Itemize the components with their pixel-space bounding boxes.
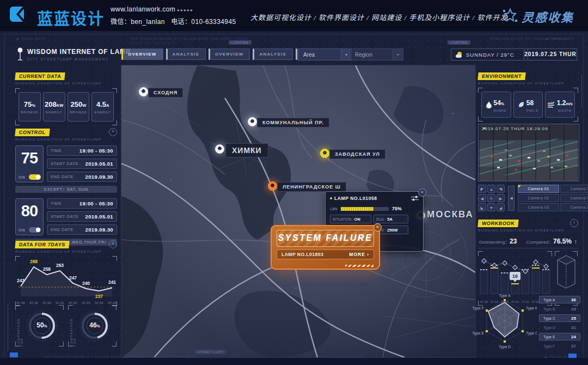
svg-text:237: 237 xyxy=(95,294,103,299)
dashboard: ▣ TRAVEL BOTH TWO ROADS DIVERGED IN A YE… xyxy=(0,31,588,365)
region-select[interactable]: Region ▾ xyxy=(350,48,403,60)
pan-downright-button[interactable]: ◢ xyxy=(497,203,505,211)
map-label-skhodnya[interactable]: СХОДНЯ xyxy=(148,88,183,98)
map-pin-leningradskoe[interactable] xyxy=(268,181,277,191)
environment-badge: ENVIRONMENT xyxy=(477,72,526,80)
camera-list-prev-button[interactable]: ◀ xyxy=(508,186,514,211)
collect-label[interactable]: 灵感收集 xyxy=(522,8,574,25)
current-data-badge: CURRENT DATA xyxy=(15,72,65,80)
status-dot xyxy=(330,197,332,199)
week-chart-add-button[interactable]: + xyxy=(109,240,117,248)
map-label-kommunalny[interactable]: КОММУНАЛЬНЫЙ ПР. xyxy=(257,118,329,127)
legend-type-c[interactable]: Type C25 xyxy=(539,314,580,322)
map-label-khimki[interactable]: ХИМКИ xyxy=(225,143,268,157)
svg-text:Type D: Type D xyxy=(499,345,511,349)
environment-subtitle: RUNNING CONDITION OF STREETLAMP xyxy=(478,82,578,85)
camera-feed[interactable]: 2019.07.25 THUR 18:26:09 xyxy=(478,124,579,181)
hazard-stripes-decor xyxy=(345,265,373,267)
power-toggle-1[interactable] xyxy=(29,174,41,180)
week-line-chart: 243 268 258 263 247 240 237 241 07.18 07… xyxy=(15,256,117,306)
camera-02-button[interactable]: Camera 02 xyxy=(518,194,559,202)
refresh-button[interactable]: ↻ xyxy=(487,194,495,202)
end-date-row-2[interactable]: END DATE2019.09.30 xyxy=(47,224,117,235)
tab-overview-1[interactable]: OVERVIEW xyxy=(121,48,163,60)
pan-downleft-button[interactable]: ◣ xyxy=(478,203,486,211)
pan-left-button[interactable]: ◀ xyxy=(478,194,486,202)
map-pin-khimki[interactable] xyxy=(215,144,224,154)
camera-04-button[interactable]: Camera 04 xyxy=(560,185,588,193)
camera-06-button[interactable]: Camera 06 xyxy=(560,203,588,211)
lighting-chip-2: LIGHTING xyxy=(448,40,470,45)
time-row-2[interactable]: TIME19:00 - 05:30 xyxy=(47,198,117,209)
gauge-1-label: COMPARISON FOR xyxy=(17,308,23,346)
sliders-icon[interactable] xyxy=(411,196,419,201)
svg-text:268: 268 xyxy=(30,259,38,264)
popup-cell-dliu: DLIU : 5A xyxy=(373,215,408,223)
legend-type-e[interactable]: Type E24 xyxy=(539,333,580,340)
camera-05-button[interactable]: Camera 05 xyxy=(560,194,588,202)
svg-text:+: + xyxy=(451,111,455,117)
start-date-row-1[interactable]: START DATE2019.05.01 xyxy=(47,159,117,169)
legend-type-a[interactable]: Type A36 xyxy=(539,296,580,303)
gauge-1-value: 50% xyxy=(28,321,56,329)
lbn-progress-fill xyxy=(341,207,374,211)
time-row-1[interactable]: TIME19:00 - 05:30 xyxy=(47,145,117,156)
legend-type-b[interactable]: Type B28 xyxy=(539,305,580,313)
stat-briness-w: 250WBRINESS xyxy=(68,92,90,121)
area-select[interactable]: Area ▾ xyxy=(298,48,352,60)
control-badge: CONTROL xyxy=(15,129,50,136)
pan-up-button[interactable]: ▲ xyxy=(487,185,495,193)
pan-down-button[interactable]: ▼ xyxy=(487,203,495,211)
lbn-label: LBN xyxy=(330,207,338,211)
stat-energy-kw: 208KWENERGY xyxy=(43,92,65,121)
wind-icon xyxy=(548,102,555,108)
control-subtitle: RUNNING CONDITION OF STREETLAMP xyxy=(15,138,117,141)
svg-text:Type A: Type A xyxy=(499,294,511,298)
camera-03-button[interactable]: Camera 03 xyxy=(518,203,559,211)
state-label-2: ON xyxy=(19,228,26,232)
svg-text:+: + xyxy=(377,65,381,66)
start-date-row-2[interactable]: START DATE2019.05.01 xyxy=(47,211,117,222)
svg-text:Type C: Type C xyxy=(526,331,537,336)
workbook-next-button[interactable]: › xyxy=(570,219,578,227)
panel-control: CONTROL + RUNNING CONDITION OF STREETLAM… xyxy=(15,128,117,246)
stat-briness-pct: 75%BRINESS xyxy=(19,92,41,121)
map-pin-zavodskaya[interactable] xyxy=(320,149,329,158)
pan-right-button[interactable]: ▶ xyxy=(497,194,505,202)
tab-analysis-1[interactable]: ANALYSIS xyxy=(166,48,206,60)
tab-analysis-2[interactable]: ANALYSIS xyxy=(253,48,292,60)
camera-01-button[interactable]: Camera 01 xyxy=(518,185,559,193)
street-light-chip: STREET LIGHT xyxy=(195,350,226,354)
workbook-stats: Outstanding：23 Compared：76.5% ↑ xyxy=(478,235,578,248)
environment-stats: 54%HUMID 58PM2.5 1.2m/sSOUTH xyxy=(478,88,578,121)
decor-top-5: COULD NOT TRAVEL BOTH xyxy=(131,41,177,45)
map-label-zavodskaya[interactable]: ЗАВОДСКАЯ УЛ xyxy=(329,149,385,159)
weather-widget: SUNNDAY / 29°C xyxy=(451,48,528,60)
svg-text:07.24: 07.24 xyxy=(95,301,103,305)
map-label-leningradskoe[interactable]: ЛЕНИНГРАДСКОЕ Ш xyxy=(277,182,346,192)
map-pin-kommunalny[interactable] xyxy=(248,117,257,126)
camera-controls: ◤ ▲ ◥ ◀ ↻ ▶ ◣ ▼ ◢ ◀ Camera 01 Camera 04 … xyxy=(478,185,588,211)
week-chart-subtitle: RUNNING CONDITION OF STREETLAMP xyxy=(15,250,117,253)
control-add-button[interactable]: + xyxy=(109,128,117,136)
page-subtitle: CITY STREETLAMP MANAGEMENT xyxy=(27,57,109,61)
alert-more-button[interactable]: MORE › xyxy=(349,252,369,257)
legend-type-f[interactable]: Type F37 xyxy=(539,342,580,350)
map-pin-skhodnya[interactable] xyxy=(139,87,148,96)
popup-close-icon[interactable]: ✕ xyxy=(418,188,426,197)
stat-pm25: 58PM2.5 xyxy=(513,92,543,118)
power-toggle-2[interactable] xyxy=(29,227,41,233)
alert-close-icon[interactable]: ✕ xyxy=(373,223,382,232)
alert-title: SYSTEM FAILURE xyxy=(277,230,374,247)
decor-top-1: ▣ TRAVEL BOTH xyxy=(16,37,45,40)
legend-type-d[interactable]: Type D31 xyxy=(539,324,580,331)
cube-wireframe-icon xyxy=(556,254,576,293)
left-edge-rule xyxy=(8,303,8,351)
site-url[interactable]: www.lanlanwork.com ▸▸▸▸▸ xyxy=(111,5,194,13)
tab-overview-2[interactable]: OVERVIEW xyxy=(209,48,250,60)
pan-upleft-button[interactable]: ◤ xyxy=(478,185,486,193)
workbook-subtitle: RUNNING CONDITION OF STREETLAMP xyxy=(478,229,578,232)
end-date-row-1[interactable]: END DATE2019.09.30 xyxy=(47,172,117,182)
pan-upright-button[interactable]: ◥ xyxy=(497,185,505,193)
sun-cloud-icon xyxy=(456,52,463,58)
